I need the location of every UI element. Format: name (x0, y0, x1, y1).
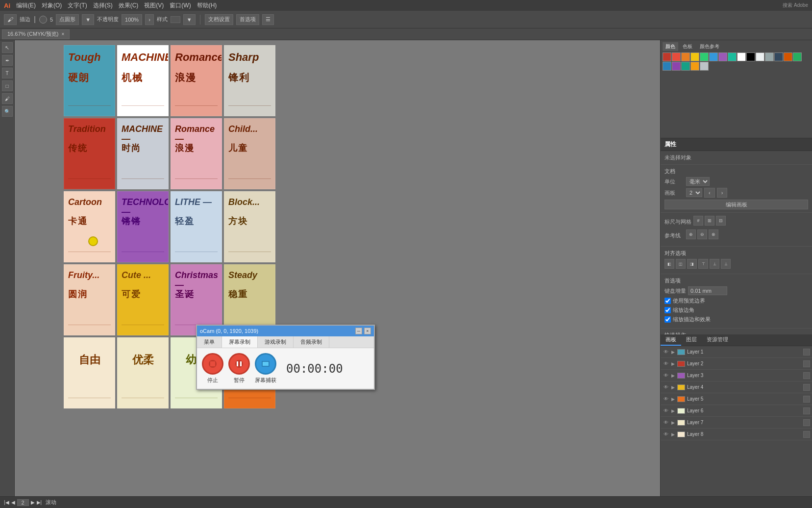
color-swatch-gray[interactable] (765, 52, 774, 61)
color-swatch-red2[interactable] (672, 52, 681, 61)
tab-close-btn[interactable]: × (62, 31, 65, 37)
layer-item-5[interactable]: 👁 ▶ Layer 5 (661, 393, 812, 405)
layer-expand-1[interactable]: ▶ (671, 350, 675, 355)
ocam-minimize-btn[interactable]: ─ (355, 328, 362, 334)
rulers-icon2[interactable]: ⊞ (705, 216, 714, 226)
card-9[interactable]: Cartoon 卡通 (64, 191, 115, 262)
ocam-tab-game[interactable]: 游戏录制 (258, 336, 294, 348)
color-swatch-darkgreen[interactable] (793, 52, 802, 61)
color-swatch-darkblue[interactable] (663, 62, 671, 71)
layer-vis-8[interactable]: 👁 (663, 431, 669, 438)
card-7[interactable]: Romance— 浪漫 (171, 118, 222, 189)
color-swatch-yellow[interactable] (690, 52, 699, 61)
layer-vis-5[interactable]: 👁 (663, 396, 669, 403)
card-14[interactable]: Cute ... 可爱 (117, 264, 169, 335)
layer-vis-1[interactable]: 👁 (663, 349, 669, 356)
stroke-arrows[interactable] (34, 16, 35, 23)
align-bottom[interactable]: ⊥ (721, 259, 731, 269)
guides-icon1[interactable]: ⊕ (686, 229, 696, 239)
card-6[interactable]: MACHINE— 时尚 (117, 118, 169, 189)
first-page-btn[interactable]: |◀ (4, 500, 9, 505)
layer-expand-3[interactable]: ▶ (671, 373, 675, 378)
color-swatch-black[interactable] (746, 52, 755, 61)
color-swatch-red[interactable] (663, 52, 671, 61)
preview-bounds-check[interactable] (664, 298, 671, 304)
color-swatch-gold[interactable] (690, 62, 699, 71)
color-swatch-green[interactable] (700, 52, 709, 61)
color-swatch-light[interactable] (756, 52, 764, 61)
layer-expand-4[interactable]: ▶ (671, 385, 675, 390)
layer-vis-3[interactable]: 👁 (663, 372, 669, 379)
zoom-tool[interactable]: 🔍 (2, 106, 13, 117)
card-17[interactable]: 自由 (64, 337, 115, 408)
color-swatch-darkpurple[interactable] (672, 62, 681, 71)
layer-item-3[interactable]: 👁 ▶ Layer 3 (661, 370, 812, 381)
card-4[interactable]: Sharp 锋利 (224, 45, 275, 116)
page-number-input[interactable] (17, 499, 29, 506)
card-2[interactable]: MACHINE 机械 (117, 45, 169, 116)
scale-corners-check[interactable] (664, 307, 671, 313)
menu-item-edit[interactable]: 编辑(E) (16, 1, 36, 10)
layer-expand-5[interactable]: ▶ (671, 397, 675, 402)
preferences-btn[interactable]: 首选项 (236, 14, 259, 25)
ocam-tab-audio[interactable]: 音频录制 (294, 336, 329, 348)
type-tool[interactable]: T (2, 68, 13, 78)
color-swatch-blue[interactable] (709, 52, 718, 61)
pen-tool[interactable]: ✒ (2, 55, 13, 66)
shape-tool[interactable]: □ (2, 80, 13, 91)
menu-item-select[interactable]: 选择(S) (93, 1, 113, 10)
card-11[interactable]: LITHE — 轻盈 (171, 191, 222, 262)
layer-expand-7[interactable]: ▶ (671, 420, 675, 425)
layer-vis-2[interactable]: 👁 (663, 360, 669, 367)
guides-icon2[interactable]: ⊖ (697, 229, 707, 239)
color-swatch-silver[interactable] (700, 62, 709, 71)
ocam-dialog[interactable]: oCam (0, 0, 1920, 1039) ─ × 菜单 屏幕录制 游戏录制… (196, 325, 375, 390)
align-top[interactable]: ⊤ (698, 259, 708, 269)
color-swatch-darkteal[interactable] (681, 62, 690, 71)
ocam-tab-menu[interactable]: 菜单 (197, 336, 222, 348)
unit-select[interactable]: 毫米 (686, 177, 710, 186)
artboard-tab[interactable]: 画板 (661, 334, 681, 346)
layers-tab[interactable]: 图层 (681, 334, 702, 346)
layer-item-2[interactable]: 👁 ▶ Layer 2 (661, 358, 812, 370)
rulers-icon1[interactable]: # (693, 216, 703, 226)
ocam-tab-screen[interactable]: 屏幕录制 (222, 336, 258, 348)
shape-dropdown[interactable]: ▼ (82, 14, 94, 25)
color-swatch-dark[interactable] (774, 52, 783, 61)
color-tab[interactable]: 颜色 (663, 42, 678, 51)
swatch-tab[interactable]: 色板 (680, 42, 695, 51)
color-swatch-darkorange[interactable] (784, 52, 792, 61)
menu-item-window[interactable]: 窗口(W) (170, 1, 191, 10)
ocam-pause-btn[interactable]: 暂停 (228, 353, 250, 384)
style-dropdown[interactable]: ▼ (183, 14, 196, 25)
rulers-icon3[interactable]: ⊟ (716, 216, 726, 226)
layer-item-4[interactable]: 👁 ▶ Layer 4 (661, 381, 812, 393)
color-swatch-purple[interactable] (718, 52, 727, 61)
menu-item-object[interactable]: 对象(O) (42, 1, 62, 10)
opacity-value[interactable]: 100% (122, 14, 142, 25)
ocam-capture-btn[interactable]: 屏幕捕获 (255, 353, 276, 384)
next-page-btn[interactable]: ▶ (31, 500, 35, 505)
card-10[interactable]: TECHNOLOGY— 锵锵 (117, 191, 169, 262)
next-artboard[interactable]: › (717, 188, 728, 198)
align-left[interactable]: ◧ (664, 259, 674, 269)
color-swatch-teal[interactable] (728, 52, 737, 61)
align-center-h[interactable]: ◫ (676, 259, 686, 269)
card-18[interactable]: 优柔 (117, 337, 169, 408)
align-right[interactable]: ◨ (687, 259, 697, 269)
layer-vis-6[interactable]: 👁 (663, 407, 669, 414)
menu-item-text[interactable]: 文字(T) (68, 1, 87, 10)
color-swatch-white[interactable] (737, 52, 746, 61)
layer-item-6[interactable]: 👁 ▶ Layer 6 (661, 405, 812, 417)
layer-item-8[interactable]: 👁 ▶ Layer 8 (661, 429, 812, 440)
layer-vis-7[interactable]: 👁 (663, 419, 669, 426)
brush-tool-left[interactable]: 🖌 (2, 93, 13, 104)
edit-artboard-btn[interactable]: 编辑画板 (664, 200, 808, 209)
card-8[interactable]: Child... 儿童 (224, 118, 275, 189)
canvas-area[interactable]: Tough 硬朗 MACHINE 机械 Romance 浪漫 Sharp 锋利 … (15, 40, 660, 496)
card-1[interactable]: Tough 硬朗 (64, 45, 115, 116)
document-tab[interactable]: 16.67% (CMYK/预览) × (2, 29, 70, 39)
opacity-arrow[interactable]: › (145, 14, 154, 25)
shape-selector[interactable]: 点圆形 (56, 14, 79, 25)
selection-tool[interactable]: ↖ (2, 42, 13, 53)
